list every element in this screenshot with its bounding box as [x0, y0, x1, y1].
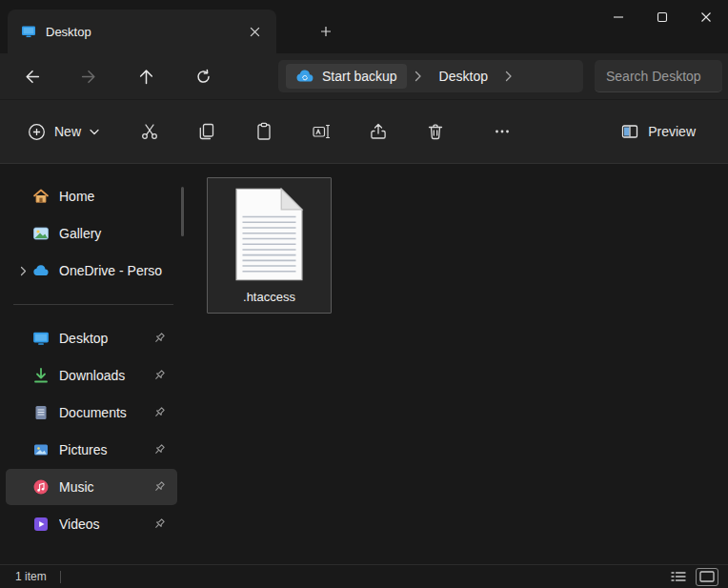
view-toggles: [667, 568, 718, 586]
file-list-area[interactable]: .htaccess: [187, 164, 728, 564]
sidebar-item-videos[interactable]: Videos: [6, 506, 177, 542]
sidebar-item-label: Downloads: [59, 368, 145, 383]
gallery-icon: [32, 225, 50, 242]
desktop-icon: [32, 330, 50, 347]
paste-button[interactable]: [245, 112, 283, 151]
close-button[interactable]: [684, 0, 728, 34]
up-button[interactable]: [129, 59, 163, 93]
tab-close-button[interactable]: [242, 19, 267, 44]
file-item-htaccess[interactable]: .htaccess: [207, 177, 332, 314]
refresh-icon: [195, 69, 212, 85]
videos-icon: [32, 516, 50, 533]
up-arrow-icon: [138, 69, 154, 85]
music-icon: [32, 478, 50, 496]
window-controls: [597, 0, 728, 34]
sidebar-item-downloads[interactable]: Downloads: [6, 357, 177, 394]
paste-icon: [254, 122, 273, 141]
cut-button[interactable]: [131, 112, 169, 151]
sidebar-item-label: Home: [59, 189, 166, 204]
search-box: [595, 60, 722, 92]
maximize-icon: [657, 11, 668, 23]
pin-icon: [152, 443, 166, 456]
pin-icon: [152, 332, 166, 345]
minimize-button[interactable]: [597, 0, 640, 34]
tab-close-icon: [250, 27, 260, 37]
copy-icon: [197, 122, 216, 141]
forward-button[interactable]: [71, 59, 106, 93]
preview-button[interactable]: Preview: [609, 114, 707, 149]
sidebar-item-gallery[interactable]: Gallery: [6, 215, 177, 252]
home-icon: [32, 188, 50, 205]
sidebar-item-home[interactable]: Home: [6, 178, 177, 214]
copy-button[interactable]: [188, 112, 226, 151]
sidebar-item-label: Desktop: [59, 331, 145, 346]
close-icon: [700, 11, 712, 23]
start-backup-button[interactable]: Start backup: [286, 64, 407, 89]
new-button[interactable]: New: [17, 114, 110, 149]
delete-icon: [426, 122, 445, 141]
start-backup-label: Start backup: [322, 69, 397, 84]
back-button[interactable]: [14, 59, 49, 93]
maximize-button[interactable]: [640, 0, 684, 34]
pin-icon: [152, 480, 166, 494]
downloads-icon: [32, 367, 50, 384]
pictures-icon: [32, 441, 50, 458]
navigation-pane: Home Gallery OneDrive - Perso: [0, 164, 187, 564]
chevron-down-icon: [90, 129, 99, 135]
chevron-expand-icon[interactable]: [13, 266, 32, 276]
minimize-icon: [613, 11, 624, 23]
details-view-icon: [671, 571, 686, 582]
status-divider: [60, 571, 61, 583]
more-options-button[interactable]: [483, 112, 521, 151]
share-button[interactable]: [359, 112, 397, 151]
pin-icon: [152, 406, 166, 419]
chevron-right-icon: [501, 71, 516, 82]
plus-circle-icon: [28, 123, 46, 141]
navigation-bar: Start backup Desktop: [0, 53, 728, 99]
more-icon: [494, 123, 511, 140]
refresh-button[interactable]: [186, 59, 220, 93]
window-body: Home Gallery OneDrive - Perso: [0, 164, 728, 564]
sidebar-item-label: Pictures: [59, 442, 145, 457]
desktop-folder-icon: [21, 24, 36, 39]
large-icons-view-button[interactable]: [696, 568, 718, 586]
back-arrow-icon: [24, 69, 40, 85]
sidebar-item-desktop[interactable]: Desktop: [6, 320, 177, 356]
sidebar-item-onedrive[interactable]: OneDrive - Perso: [6, 253, 177, 289]
rename-icon: [312, 122, 331, 141]
new-tab-button[interactable]: [313, 19, 339, 44]
pin-icon: [152, 517, 166, 531]
search-input[interactable]: [595, 60, 722, 91]
sidebar-item-label: OneDrive - Perso: [59, 263, 166, 278]
command-bar: New: [0, 99, 728, 164]
breadcrumb-desktop[interactable]: Desktop: [430, 64, 497, 89]
delete-button[interactable]: [416, 112, 455, 151]
forward-arrow-icon: [81, 69, 97, 85]
new-button-label: New: [54, 124, 81, 139]
details-view-button[interactable]: [667, 568, 690, 586]
sidebar-item-music[interactable]: Music: [6, 469, 177, 505]
share-icon: [369, 122, 388, 141]
sidebar-item-label: Videos: [59, 517, 145, 532]
new-tab-plus-icon: [320, 26, 332, 37]
item-count: 1 item: [15, 570, 47, 583]
cut-icon: [140, 122, 159, 141]
pin-icon: [152, 369, 166, 382]
breadcrumb: Start backup Desktop: [278, 60, 583, 92]
preview-button-label: Preview: [648, 124, 696, 139]
file-explorer-window: Desktop: [0, 0, 728, 588]
file-name: .htaccess: [243, 290, 295, 304]
sidebar-item-documents[interactable]: Documents: [6, 395, 177, 431]
sidebar-item-label: Music: [59, 479, 145, 495]
tab-desktop[interactable]: Desktop: [8, 10, 276, 53]
sidebar-item-pictures[interactable]: Pictures: [6, 432, 177, 468]
thumbnail-view-icon: [699, 571, 715, 582]
cloud-sync-icon: [295, 70, 314, 83]
rename-button[interactable]: [302, 112, 340, 151]
preview-pane-icon: [620, 122, 639, 141]
chevron-right-icon: [411, 71, 426, 82]
tab-title: Desktop: [46, 25, 233, 39]
onedrive-icon: [32, 262, 50, 279]
status-bar: 1 item: [0, 564, 728, 588]
sidebar-scrollbar[interactable]: [181, 187, 184, 236]
